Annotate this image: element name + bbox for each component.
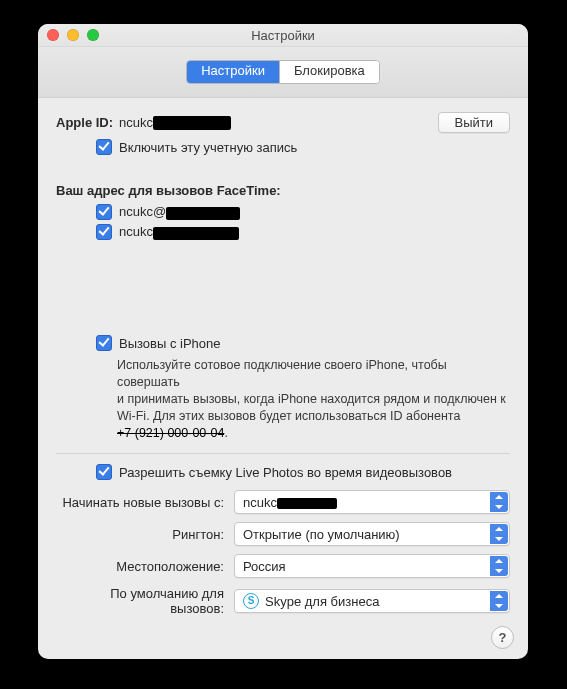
facetime-addr-1-checkbox[interactable] xyxy=(96,204,112,220)
content-pane: Apple ID: ncukc Выйти Включить эту учетн… xyxy=(38,98,528,659)
enable-account-row: Включить эту учетную запись xyxy=(96,139,510,155)
apple-id-label: Apple ID: xyxy=(56,115,113,130)
facetime-addr-1: ncukc@ xyxy=(96,204,510,220)
help-button[interactable]: ? xyxy=(491,626,514,649)
facetime-heading: Ваш адрес для вызовов FaceTime: xyxy=(56,183,510,198)
redacted-icon xyxy=(153,227,239,240)
apple-id-prefix: ncukc xyxy=(119,115,153,130)
iphone-calls-label: Вызовы с iPhone xyxy=(119,336,221,351)
iphone-calls-row: Вызовы с iPhone xyxy=(96,335,510,351)
location-value: Россия xyxy=(243,559,286,574)
facetime-addr-2-label: ncukc xyxy=(119,224,239,239)
start-calls-popup[interactable]: ncukc xyxy=(234,490,510,514)
toolbar: Настройки Блокировка xyxy=(38,47,528,98)
chevron-up-down-icon xyxy=(490,556,508,576)
chevron-up-down-icon xyxy=(490,492,508,512)
default-calls-value: Skype для бизнеса xyxy=(265,594,379,609)
apple-id-row: Apple ID: ncukc Выйти xyxy=(56,112,510,133)
minimize-icon[interactable] xyxy=(67,29,79,41)
iphone-desc-l2: и принимать вызовы, когда iPhone находит… xyxy=(117,392,506,406)
iphone-calls-desc: Используйте сотовое подключение своего i… xyxy=(117,357,510,441)
start-calls-prefix: ncukc xyxy=(243,495,277,510)
titlebar[interactable]: Настройки xyxy=(38,24,528,47)
skype-icon: S xyxy=(243,593,259,609)
signout-button[interactable]: Выйти xyxy=(438,112,511,133)
maximize-icon[interactable] xyxy=(87,29,99,41)
default-calls-popup[interactable]: S Skype для бизнеса xyxy=(234,589,510,613)
enable-account-checkbox[interactable] xyxy=(96,139,112,155)
default-calls-label: По умолчанию для вызовов: xyxy=(56,586,234,616)
separator xyxy=(56,453,510,454)
preferences-window: Настройки Настройки Блокировка Apple ID:… xyxy=(38,24,528,659)
facetime-addr-1-label: ncukc@ xyxy=(119,204,240,219)
apple-id-value: ncukc xyxy=(119,115,231,131)
window-title: Настройки xyxy=(251,28,315,43)
live-photos-row: Разрешить съемку Live Photos во время ви… xyxy=(96,464,510,480)
iphone-desc-redacted: +7 (921) 000-00-04 xyxy=(117,425,224,442)
facetime-addr-2: ncukc xyxy=(96,224,510,240)
ringtone-popup[interactable]: Открытие (по умолчанию) xyxy=(234,522,510,546)
facetime-addr-2-prefix: ncukc xyxy=(119,224,153,239)
redacted-icon xyxy=(153,116,231,130)
iphone-desc-l3a: Wi-Fi. Для этих вызовов будет использова… xyxy=(117,409,460,423)
iphone-desc-tail: . xyxy=(224,426,227,440)
tab-settings[interactable]: Настройки xyxy=(187,61,279,83)
traffic-lights xyxy=(47,29,99,41)
ringtone-value: Открытие (по умолчанию) xyxy=(243,527,400,542)
tab-switcher: Настройки Блокировка xyxy=(186,60,380,84)
iphone-calls-checkbox[interactable] xyxy=(96,335,112,351)
redacted-icon xyxy=(277,498,337,509)
location-popup[interactable]: Россия xyxy=(234,554,510,578)
enable-account-label: Включить эту учетную запись xyxy=(119,140,297,155)
live-photos-checkbox[interactable] xyxy=(96,464,112,480)
iphone-desc-l1: Используйте сотовое подключение своего i… xyxy=(117,358,447,389)
start-calls-label: Начинать новые вызовы с: xyxy=(56,495,234,510)
redacted-icon xyxy=(166,207,240,220)
facetime-addr-1-prefix: ncukc@ xyxy=(119,204,166,219)
settings-form: Начинать новые вызовы с: ncukc Рингтон: … xyxy=(56,490,510,616)
location-label: Местоположение: xyxy=(56,559,234,574)
facetime-addr-2-checkbox[interactable] xyxy=(96,224,112,240)
ringtone-label: Рингтон: xyxy=(56,527,234,542)
chevron-up-down-icon xyxy=(490,524,508,544)
live-photos-label: Разрешить съемку Live Photos во время ви… xyxy=(119,465,452,480)
chevron-up-down-icon xyxy=(490,591,508,611)
tab-block[interactable]: Блокировка xyxy=(279,61,379,83)
close-icon[interactable] xyxy=(47,29,59,41)
start-calls-value: ncukc xyxy=(243,495,337,510)
